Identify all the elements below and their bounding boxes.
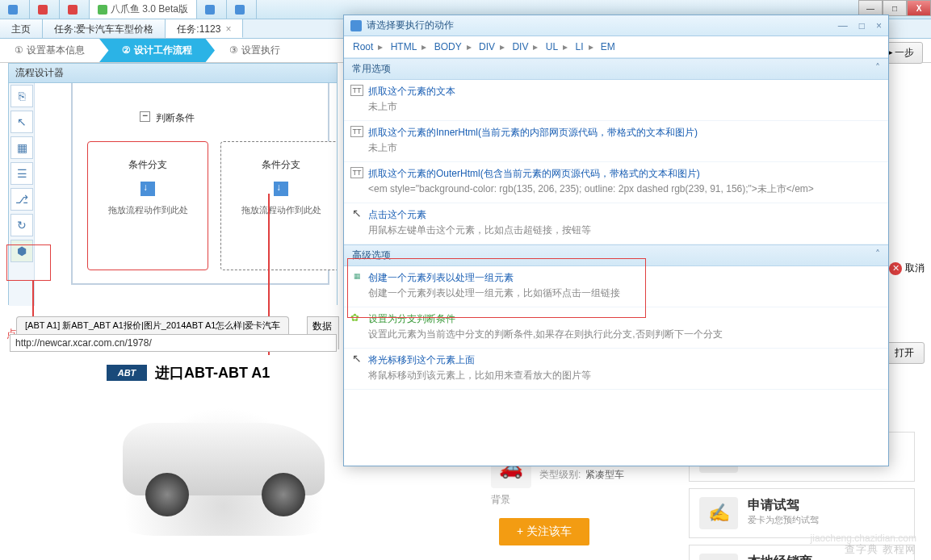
- drop-hint: 拖放流程动作到此处: [88, 199, 208, 221]
- branch-title: 条件分支: [221, 142, 337, 178]
- tool-table-icon[interactable]: ▦: [10, 136, 33, 159]
- card-test-drive[interactable]: ✍ 申请试驾爱卡为您预约试驾: [689, 488, 915, 538]
- background-label: 背景: [491, 493, 652, 507]
- cancel-icon: ✕: [889, 262, 902, 275]
- dom-breadcrumb[interactable]: Root▸ HTML▸ BODY▸ DIV▸ DIV▸ UL▸ LI▸ EM: [344, 36, 888, 58]
- action-set-branch-condition[interactable]: 设置为分支判断条件 设置此元素为当前选中分支的判断条件,如果存在则执行此分支,否…: [344, 307, 888, 349]
- app-icon: [350, 20, 362, 31]
- popup-maximize-icon[interactable]: □: [859, 20, 865, 31]
- action-click-element[interactable]: 点击这个元素 用鼠标左键单击这个元素，比如点击超链接，按钮等: [344, 203, 888, 244]
- url-input[interactable]: [10, 334, 337, 352]
- tool-pointer-icon[interactable]: ↖: [10, 111, 33, 133]
- text-icon: TT: [350, 167, 363, 178]
- step-basic-info[interactable]: 设置基本信息: [0, 39, 99, 62]
- tool-form-icon[interactable]: ☰: [10, 162, 33, 185]
- tab-task-aika[interactable]: 任务:爱卡汽车车型价格: [43, 19, 166, 38]
- action-extract-text[interactable]: TT 抓取这个元素的文本 未上市: [344, 80, 888, 121]
- popup-titlebar[interactable]: 请选择要执行的动作 — □ ×: [344, 15, 888, 36]
- collapse-toggle[interactable]: [140, 111, 150, 122]
- branch-node-2[interactable]: 条件分支 拖放流程动作到此处: [220, 141, 337, 270]
- action-extract-innerhtml[interactable]: TT 抓取这个元素的InnerHtml(当前元素的内部网页源代码，带格式的文本和…: [344, 121, 888, 162]
- arrow-down-icon: [274, 182, 288, 196]
- action-extract-outerhtml[interactable]: TT 抓取这个元素的OuterHtml(包含当前元素的网页源代码，带格式的文本和…: [344, 162, 888, 203]
- flow-designer-panel: 流程设计器 ⎘ ↖ ▦ ☰ ⎇ ↻ ⬢ 判断条件 条件分支 拖放流程动作到此处 …: [8, 63, 338, 305]
- step-exec-settings[interactable]: 设置执行: [215, 39, 295, 62]
- text-icon: TT: [350, 126, 363, 137]
- browser-tab-active[interactable]: 八爪鱼 3.0 Beta版: [90, 0, 197, 19]
- text-icon: TT: [350, 85, 363, 96]
- tool-loop-icon[interactable]: ↻: [10, 214, 33, 236]
- follow-car-button[interactable]: + 关注该车: [499, 518, 589, 545]
- popup-close-icon[interactable]: ×: [876, 20, 882, 31]
- popup-title-text: 请选择要执行的动作: [367, 19, 454, 32]
- tool-browser-icon[interactable]: ⎘: [10, 85, 33, 107]
- window-controls: — □ X: [858, 0, 931, 16]
- browser-tab[interactable]: [30, 0, 60, 19]
- cursor-icon: [350, 353, 363, 365]
- popup-minimize-icon[interactable]: —: [838, 20, 848, 31]
- branch-title: 条件分支: [88, 142, 208, 178]
- chevron-up-icon: ˄: [875, 62, 880, 76]
- step-design-workflow[interactable]: 设计工作流程: [99, 39, 215, 62]
- arrow-down-icon: [140, 182, 155, 196]
- car-title: 进口ABT-ABT A1: [155, 363, 270, 382]
- maximize-button[interactable]: □: [883, 0, 907, 16]
- shop-icon: 🏬: [699, 554, 738, 560]
- open-button[interactable]: 打开: [884, 342, 925, 364]
- browser-tab[interactable]: [197, 0, 227, 19]
- cancel-button[interactable]: ✕取消: [889, 261, 925, 275]
- flow-canvas[interactable]: 判断条件 条件分支 拖放流程动作到此处 条件分支 拖放流程动作到此处: [35, 83, 337, 306]
- close-tab-icon[interactable]: ×: [225, 23, 231, 35]
- preview-tab[interactable]: [ABT A1] 新ABT_ABT A1报价|图片_2014ABT A1怎么样|…: [16, 316, 289, 334]
- close-button[interactable]: X: [907, 0, 931, 16]
- browser-tab[interactable]: [227, 0, 257, 19]
- car-image: [107, 391, 341, 536]
- action-hover-element[interactable]: 将光标移到这个元素上面 将鼠标移动到该元素上，比如用来查看放大的图片等: [344, 349, 888, 390]
- condition-node-label[interactable]: 判断条件: [156, 111, 195, 125]
- browser-tab[interactable]: [60, 0, 90, 19]
- tab-task-1123[interactable]: 任务:1123×: [166, 19, 243, 38]
- action-chooser-popup: 请选择要执行的动作 — □ × Root▸ HTML▸ BODY▸ DIV▸ D…: [343, 15, 889, 466]
- tab-home[interactable]: 主页: [0, 19, 43, 38]
- branch-node-1[interactable]: 条件分支 拖放流程动作到此处: [87, 141, 208, 270]
- cursor-icon: [350, 208, 363, 219]
- drop-hint: 拖放流程动作到此处: [221, 199, 337, 221]
- steering-icon: ✍: [699, 497, 738, 529]
- flow-designer-title: 流程设计器: [9, 64, 337, 83]
- list-icon: [350, 271, 363, 282]
- browser-tab[interactable]: [0, 0, 30, 19]
- annotation-box: [6, 244, 51, 281]
- section-common[interactable]: 常用选项˄: [344, 58, 888, 80]
- action-create-list[interactable]: 创建一个元素列表以处理一组元素 创建一个元素列表以处理一组元素，比如循环点击一组…: [344, 266, 888, 307]
- section-advanced[interactable]: 高级选项˄: [344, 244, 888, 266]
- chevron-up-icon: ˄: [875, 249, 880, 262]
- minimize-button[interactable]: —: [858, 0, 883, 16]
- tool-branch-icon[interactable]: ⎇: [10, 188, 33, 211]
- watermark: 查字典 教程网: [845, 542, 916, 557]
- abt-logo: ABT: [107, 365, 147, 381]
